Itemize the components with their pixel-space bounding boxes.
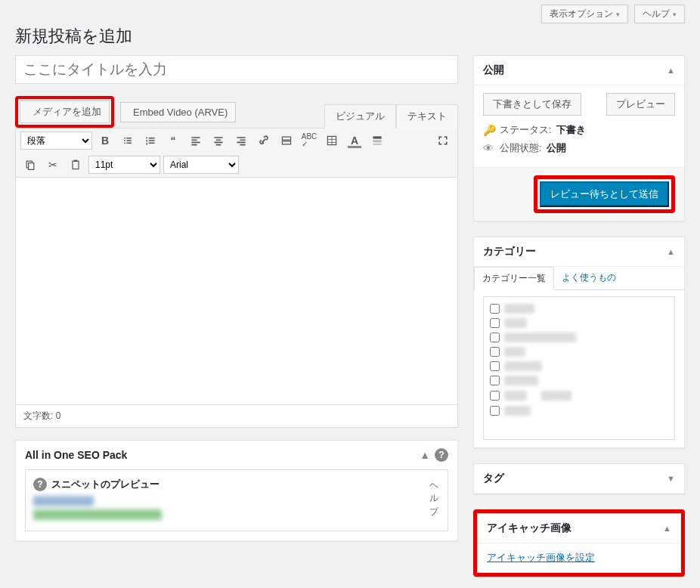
add-media-button[interactable]: メディアを追加 bbox=[20, 101, 110, 123]
submit-review-button[interactable]: レビュー待ちとして送信 bbox=[540, 181, 669, 207]
more-icon[interactable] bbox=[277, 132, 296, 150]
post-title-input[interactable] bbox=[15, 55, 458, 84]
category-item[interactable] bbox=[490, 345, 668, 359]
link-icon[interactable] bbox=[254, 132, 274, 150]
editor-toolbar: 段落 B “ ABC✓ A bbox=[16, 128, 457, 178]
help-vertical-label[interactable]: ヘルプ bbox=[427, 478, 440, 523]
category-item[interactable] bbox=[490, 302, 668, 316]
category-item[interactable] bbox=[490, 404, 668, 418]
seo-toggle-icon[interactable]: ▲ bbox=[420, 449, 430, 461]
featured-image-box: アイキャッチ画像 ▲ アイキャッチ画像を設定 bbox=[477, 513, 681, 573]
seo-pack-box: All in One SEO Pack ▲ ? ? スニペットのプレビュー bbox=[15, 440, 458, 541]
help-button[interactable]: ヘルプ bbox=[634, 5, 685, 23]
bullet-list-icon[interactable] bbox=[118, 132, 138, 150]
category-checkbox[interactable] bbox=[490, 391, 500, 401]
status-label: ステータス: bbox=[500, 123, 552, 137]
tags-box-title: タグ bbox=[483, 472, 504, 485]
embed-video-button[interactable]: Embed Video (ARVE) bbox=[120, 102, 236, 122]
tags-box: タグ ▼ bbox=[473, 463, 685, 494]
eye-icon: 👁 bbox=[483, 142, 495, 154]
collapse-icon: ▲ bbox=[663, 524, 671, 533]
font-family-select[interactable]: Arial bbox=[163, 156, 239, 174]
cut-icon[interactable]: ✂ bbox=[43, 156, 63, 174]
help-circle-icon[interactable]: ? bbox=[33, 478, 47, 491]
tab-text[interactable]: テキスト bbox=[396, 104, 458, 128]
fullscreen-icon[interactable] bbox=[433, 132, 453, 150]
categories-box-title: カテゴリー bbox=[483, 245, 536, 258]
visibility-value: 公開 bbox=[547, 141, 566, 155]
publish-box-header[interactable]: 公開 ▲ bbox=[474, 56, 684, 85]
align-center-icon[interactable] bbox=[209, 132, 228, 150]
category-item[interactable] bbox=[490, 388, 668, 404]
category-item[interactable] bbox=[490, 373, 668, 388]
featured-image-title: アイキャッチ画像 bbox=[487, 521, 571, 535]
word-count: 文字数: 0 bbox=[16, 404, 457, 427]
seo-box-title: All in One SEO Pack bbox=[25, 449, 127, 461]
blurred-text bbox=[33, 509, 162, 520]
text-color-icon[interactable]: A bbox=[345, 132, 364, 150]
highlight-submit-button: レビュー待ちとして送信 bbox=[534, 175, 675, 213]
category-item[interactable] bbox=[490, 330, 668, 345]
editor-shell: 段落 B “ ABC✓ A bbox=[15, 128, 458, 428]
blurred-text bbox=[33, 496, 94, 506]
svg-rect-3 bbox=[373, 144, 381, 145]
collapse-icon: ▲ bbox=[667, 247, 675, 256]
align-right-icon[interactable] bbox=[231, 132, 251, 150]
toolbar-toggle-icon[interactable] bbox=[367, 132, 387, 150]
copy-icon[interactable] bbox=[20, 156, 40, 174]
category-checkbox[interactable] bbox=[490, 347, 500, 357]
category-checkbox[interactable] bbox=[490, 361, 500, 371]
set-featured-image-link[interactable]: アイキャッチ画像を設定 bbox=[487, 552, 595, 563]
font-size-select[interactable]: 11pt bbox=[88, 156, 160, 174]
category-checkbox[interactable] bbox=[490, 333, 500, 342]
svg-rect-2 bbox=[373, 140, 381, 142]
svg-rect-1 bbox=[373, 136, 381, 138]
highlight-featured-image: アイキャッチ画像 ▲ アイキャッチ画像を設定 bbox=[473, 509, 685, 577]
featured-image-header[interactable]: アイキャッチ画像 ▲ bbox=[478, 514, 680, 543]
table-icon[interactable] bbox=[322, 132, 342, 150]
number-list-icon[interactable] bbox=[141, 132, 160, 150]
categories-box: カテゴリー ▲ カテゴリー一覧 よく使うもの bbox=[473, 237, 685, 448]
publish-box-title: 公開 bbox=[483, 63, 504, 77]
align-left-icon[interactable] bbox=[186, 132, 206, 150]
visibility-label: 公開状態: bbox=[500, 141, 542, 155]
status-value: 下書き bbox=[556, 123, 586, 137]
tab-frequent-categories[interactable]: よく使うもの bbox=[554, 267, 624, 289]
editor-content[interactable] bbox=[16, 178, 457, 404]
category-checkbox[interactable] bbox=[490, 304, 500, 314]
category-item[interactable] bbox=[490, 316, 668, 330]
paste-icon[interactable] bbox=[66, 156, 85, 174]
tab-all-categories[interactable]: カテゴリー一覧 bbox=[474, 267, 554, 290]
category-checkbox[interactable] bbox=[490, 406, 500, 416]
blockquote-icon[interactable]: “ bbox=[163, 132, 183, 150]
save-draft-button[interactable]: 下書きとして保存 bbox=[483, 93, 581, 116]
screen-options-button[interactable]: 表示オプション bbox=[541, 5, 628, 23]
category-checkbox[interactable] bbox=[490, 318, 500, 328]
tab-visual[interactable]: ビジュアル bbox=[324, 104, 396, 128]
format-select[interactable]: 段落 bbox=[20, 132, 92, 150]
embed-video-label: Embed Video (ARVE) bbox=[133, 107, 228, 118]
bold-icon[interactable]: B bbox=[95, 132, 115, 150]
preview-button[interactable]: プレビュー bbox=[606, 93, 675, 116]
help-circle-icon[interactable]: ? bbox=[435, 448, 448, 462]
svg-rect-7 bbox=[74, 160, 78, 162]
page-title: 新規投稿を追加 bbox=[15, 25, 685, 55]
category-item[interactable] bbox=[490, 359, 668, 373]
snippet-preview-label: スニペットのプレビュー bbox=[51, 478, 160, 491]
tags-box-header[interactable]: タグ ▼ bbox=[474, 464, 684, 494]
category-list[interactable] bbox=[483, 296, 675, 440]
key-icon: 🔑 bbox=[483, 124, 495, 136]
svg-rect-5 bbox=[29, 163, 34, 170]
svg-rect-6 bbox=[73, 161, 79, 169]
categories-box-header[interactable]: カテゴリー ▲ bbox=[474, 237, 684, 267]
add-media-label: メディアを追加 bbox=[33, 105, 101, 119]
category-checkbox[interactable] bbox=[490, 376, 500, 385]
highlight-media-button: メディアを追加 bbox=[15, 96, 114, 128]
expand-icon: ▼ bbox=[667, 474, 675, 483]
publish-box: 公開 ▲ 下書きとして保存 プレビュー 🔑 ステータス: 下書き 👁 bbox=[473, 55, 685, 221]
spellcheck-icon[interactable]: ABC✓ bbox=[299, 132, 319, 150]
collapse-icon: ▲ bbox=[667, 66, 675, 75]
